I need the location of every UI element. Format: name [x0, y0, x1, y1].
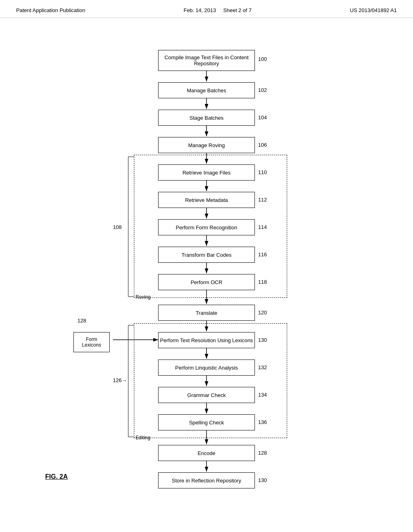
- figure-label: FIG. 2A: [45, 473, 68, 480]
- ref-112: 112: [258, 197, 267, 203]
- box-120: Translate: [158, 305, 255, 321]
- ref-128-side: 128: [77, 318, 86, 324]
- diagram: Compile Image Text Files in Content Repo…: [25, 30, 388, 513]
- header-center: Feb. 14, 2013 Sheet 2 of 7: [184, 7, 251, 13]
- ref-104: 104: [258, 114, 267, 121]
- header-right: US 2013/041892 A1: [350, 7, 397, 13]
- ref-130: 130: [258, 337, 267, 343]
- box-100: Compile Image Text Files in Content Repo…: [158, 50, 255, 71]
- box-112: Retrieve Metadata: [158, 192, 255, 208]
- ref-108: 108: [113, 224, 122, 230]
- ref-118: 118: [258, 279, 267, 285]
- ref-134: 134: [258, 392, 267, 398]
- box-110: Retrieve Image Files: [158, 164, 255, 181]
- box-134: Grammar Check: [158, 387, 255, 403]
- ref-114: 114: [258, 224, 267, 230]
- page-header: Patent Application Publication Feb. 14, …: [0, 0, 413, 18]
- ref-store: 130: [258, 477, 267, 483]
- ref-106: 106: [258, 142, 267, 148]
- ref-136: 136: [258, 419, 267, 425]
- form-lexicons-box: Form Lexicons: [73, 332, 110, 352]
- page: Patent Application Publication Feb. 14, …: [0, 0, 413, 532]
- box-116: Transform Bar Codes: [158, 247, 255, 263]
- box-store: Store in Reflection Repository: [158, 472, 255, 488]
- ref-126: 126→: [113, 377, 127, 383]
- box-136: Spelling Check: [158, 414, 255, 430]
- box-106: Manage Roving: [158, 137, 255, 153]
- box-114: Perform Form Recognition: [158, 219, 255, 235]
- ref-120: 120: [258, 310, 267, 316]
- ref-110: 110: [258, 169, 267, 175]
- ref-116: 116: [258, 251, 267, 258]
- ref-encode: 128: [258, 450, 267, 456]
- box-102: Manage Batches: [158, 82, 255, 98]
- ref-132: 132: [258, 364, 267, 370]
- box-132: Perform Linquistic Analysis: [158, 360, 255, 376]
- box-130: Perform Text Resolution Using Lexicons: [158, 332, 255, 348]
- box-104: Stage Batches: [158, 110, 255, 126]
- header-left: Patent Application Publication: [16, 7, 85, 13]
- ref-102: 102: [258, 87, 267, 93]
- box-encode: Encode: [158, 445, 255, 461]
- editing-label: Editing: [136, 435, 150, 441]
- ref-100: 100: [258, 56, 267, 62]
- roving-label: Roving: [136, 294, 150, 300]
- box-118: Perform OCR: [158, 274, 255, 290]
